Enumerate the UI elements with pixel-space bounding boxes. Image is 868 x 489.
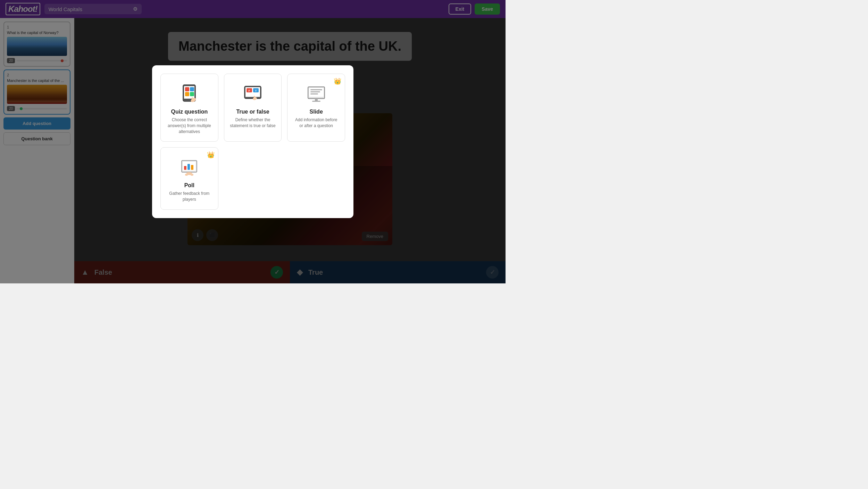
svg-rect-30 [191,174,193,176]
slide-icon [304,81,328,105]
svg-rect-21 [315,99,318,101]
modal-card-quiz[interactable]: Quiz question Choose the correct answer(… [160,74,218,142]
truefalse-card-desc: Define whether the statement is true or … [230,117,276,129]
slide-card-title: Slide [310,109,323,115]
main-layout: 1 What is the capital of Norway? 20 2 Ma… [0,18,506,283]
poll-crown-icon: 👑 [207,151,215,159]
svg-rect-27 [191,165,193,170]
quiz-icon [177,81,201,105]
svg-rect-26 [187,164,190,170]
svg-rect-25 [184,166,186,170]
modal-card-slide[interactable]: 👑 Slide Add i [287,74,345,142]
svg-rect-19 [310,91,320,92]
truefalse-icon: F T [241,81,265,105]
svg-rect-20 [310,93,318,94]
truefalse-card-title: True or false [236,109,269,115]
poll-card-title: Poll [184,182,194,189]
svg-rect-29 [185,174,188,176]
svg-text:F: F [249,89,250,92]
modal-overlay[interactable]: Quiz question Choose the correct answer(… [0,0,506,283]
modal-card-poll[interactable]: 👑 Poll [160,147,218,210]
poll-card-desc: Gather feedback from players [166,191,212,202]
svg-rect-3 [190,87,194,91]
slide-card-desc: Add information before or after a questi… [293,117,339,129]
poll-icon [177,155,201,179]
quiz-card-title: Quiz question [171,109,208,115]
svg-rect-4 [185,92,189,96]
slide-crown-icon: 👑 [334,77,341,85]
svg-rect-22 [312,101,320,102]
svg-text:T: T [255,89,257,92]
svg-rect-5 [190,92,194,96]
add-question-modal: Quiz question Choose the correct answer(… [152,65,353,218]
svg-rect-18 [310,89,322,90]
quiz-card-desc: Choose the correct answer(s) from multip… [166,117,212,134]
modal-card-truefalse[interactable]: F T True or false Define whether the sta… [224,74,282,142]
svg-rect-2 [185,87,189,91]
